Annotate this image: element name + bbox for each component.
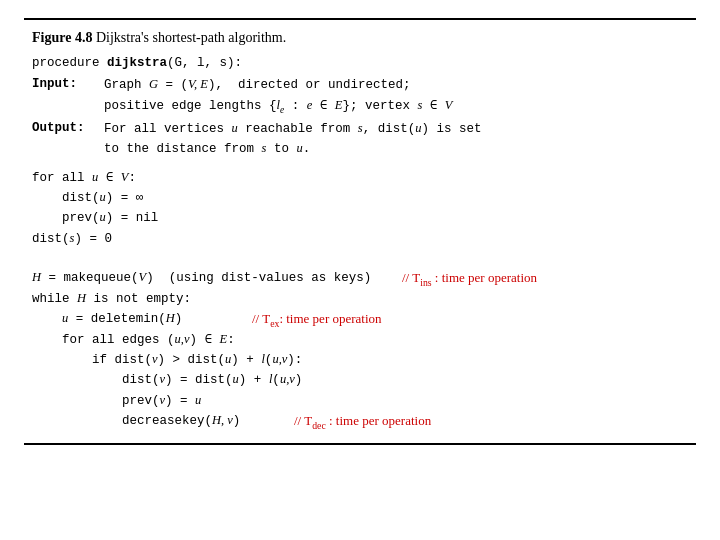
output-line1: For all vertices u reachable from s, dis… (104, 119, 688, 139)
algo-line-1: for all u ∈ V: (32, 168, 688, 188)
procedure-line: procedure dijkstra(G, l, s): (32, 54, 688, 73)
figure-title-bold: Figure 4.8 (32, 30, 92, 45)
comment-dec-sub: dec (312, 420, 326, 431)
decreasekey-text: decreasekey(H, v) (32, 414, 240, 428)
input-content: Graph G = (V, E), directed or undirected… (104, 75, 688, 116)
comment-ins-sub: ins (420, 277, 431, 288)
comment-ins: // Tins : time per operation (402, 268, 537, 290)
code-block: procedure dijkstra(G, l, s): Input: Grap… (32, 54, 688, 431)
comment-ex-sub: ex (270, 318, 279, 329)
algo-line-setdist: dist(v) = dist(u) + l(u,v) (32, 370, 688, 390)
input-label: Input: (32, 75, 104, 116)
algo-line-decreasekey: decreasekey(H, v) // Tdec : time per ope… (32, 411, 688, 431)
output-label: Output: (32, 119, 104, 160)
algo-line-makequeue: H = makequeue(V) (using dist-values as k… (32, 268, 688, 288)
procedure-text: procedure dijkstra(G, l, s): (32, 56, 242, 70)
output-section: Output: For all vertices u reachable fro… (32, 119, 688, 160)
figure-title: Figure 4.8 Dijkstra's shortest-path algo… (32, 30, 688, 46)
input-line1: Graph G = (V, E), directed or undirected… (104, 75, 688, 95)
figure-title-rest: Dijkstra's shortest-path algorithm. (92, 30, 286, 45)
algo-line-setprev: prev(v) = u (32, 391, 688, 411)
algo-lines: for all u ∈ V: dist(u) = ∞ prev(u) = nil… (32, 168, 688, 432)
input-line2: positive edge lengths {le : e ∈ E}; vert… (104, 96, 688, 117)
algo-line-blank (32, 249, 688, 268)
deletemin-text: u = deletemin(H) (32, 312, 182, 326)
algo-line-ifdist: if dist(v) > dist(u) + l(u,v): (32, 350, 688, 370)
comment-dec: // Tdec : time per operation (294, 411, 431, 433)
algorithm-body: for all u ∈ V: dist(u) = ∞ prev(u) = nil… (32, 168, 688, 432)
output-content: For all vertices u reachable from s, dis… (104, 119, 688, 160)
page: Figure 4.8 Dijkstra's shortest-path algo… (0, 0, 720, 540)
comment-ex: // Tex: time per operation (252, 309, 382, 331)
algo-line-foredges: for all edges (u,v) ∈ E: (32, 330, 688, 350)
algo-line-while: while H is not empty: (32, 289, 688, 309)
output-line2: to the distance from s to u. (104, 139, 688, 159)
algo-line-2: dist(u) = ∞ (32, 188, 688, 208)
algo-line-deletemin: u = deletemin(H) // Tex: time per operat… (32, 309, 688, 329)
algo-line-4: dist(s) = 0 (32, 229, 688, 249)
algo-line-3: prev(u) = nil (32, 208, 688, 228)
input-section: Input: Graph G = (V, E), directed or und… (32, 75, 688, 116)
makequeue-text: H = makequeue(V) (using dist-values as k… (32, 271, 371, 285)
figure-box: Figure 4.8 Dijkstra's shortest-path algo… (24, 18, 696, 445)
